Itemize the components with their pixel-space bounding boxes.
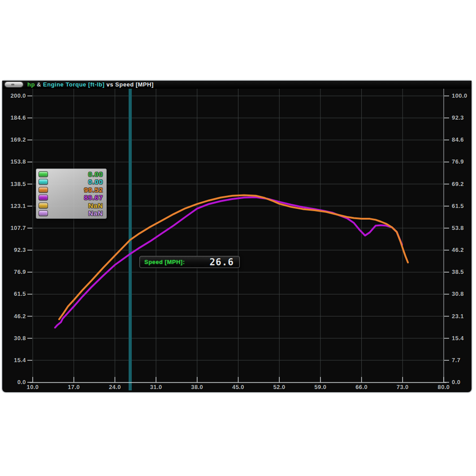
chart-title-segment: vs Speed [MPH] bbox=[104, 81, 153, 88]
y-left-tick-label: 61.5 bbox=[0, 290, 26, 297]
x-tick-label: 24.0 bbox=[103, 384, 127, 390]
legend-value-cyan: 0.00 bbox=[48, 178, 105, 186]
legend-value-purple: 89.67 bbox=[48, 194, 105, 201]
legend: 0.000.0099.5289.67NaNNaN bbox=[36, 169, 107, 219]
legend-row-cyan[interactable]: 0.00 bbox=[38, 178, 105, 186]
legend-row-green[interactable]: 0.00 bbox=[38, 170, 105, 178]
legend-swatch-cyan-icon bbox=[39, 179, 48, 185]
legend-value-gold: NaN bbox=[48, 202, 105, 209]
chart-title-bar: hp & Engine Torque [ft-lb] vs Speed [MPH… bbox=[2, 81, 472, 89]
y-right-tick-label: 100.0 bbox=[452, 92, 475, 99]
y-left-tick-label: 15.4 bbox=[0, 357, 26, 363]
legend-value-green: 0.00 bbox=[48, 170, 105, 178]
legend-swatch-violet-icon bbox=[39, 210, 48, 216]
x-tick-label: 38.0 bbox=[185, 384, 209, 390]
legend-row-violet[interactable]: NaN bbox=[38, 209, 105, 217]
y-right-tick-label: 30.8 bbox=[452, 290, 475, 297]
x-tick-label: 59.0 bbox=[308, 384, 333, 390]
x-tick-label: 73.0 bbox=[390, 384, 415, 390]
x-tick-label: 45.0 bbox=[226, 384, 251, 390]
y-right-tick-label: 23.1 bbox=[452, 313, 475, 320]
y-left-tick-label: 76.9 bbox=[0, 268, 26, 275]
chart-title-segment: & bbox=[35, 81, 43, 88]
y-left-tick-label: 107.7 bbox=[0, 225, 26, 231]
legend-swatch-gold-icon bbox=[39, 203, 48, 208]
y-left-tick-label: 46.2 bbox=[0, 313, 26, 320]
y-left-tick-label: 30.8 bbox=[0, 335, 26, 342]
drag-handle-knob-icon bbox=[11, 84, 14, 86]
y-right-tick-label: 53.8 bbox=[452, 225, 475, 231]
y-right-tick-label: 38.5 bbox=[452, 268, 475, 275]
x-tick-label: 31.0 bbox=[144, 384, 168, 390]
y-right-tick-label: 76.9 bbox=[452, 158, 475, 165]
y-right-tick-label: 15.4 bbox=[452, 335, 475, 342]
y-left-tick-label: 123.1 bbox=[0, 203, 26, 209]
chart-title-segment: Engine Torque [ft-lb] bbox=[43, 81, 104, 88]
legend-row-purple[interactable]: 89.67 bbox=[38, 194, 105, 201]
y-right-tick-label: 7.7 bbox=[452, 357, 475, 363]
x-tick-label: 17.0 bbox=[62, 384, 86, 390]
y-left-tick-label: 138.5 bbox=[0, 181, 26, 187]
legend-row-gold[interactable]: NaN bbox=[38, 202, 105, 209]
cursor-readout-value: 26.6 bbox=[209, 257, 239, 268]
cursor-readout: Speed [MPH]: 26.6 bbox=[139, 256, 240, 268]
y-right-tick-label: 69.2 bbox=[452, 181, 475, 187]
legend-value-orange: 99.52 bbox=[48, 186, 105, 194]
legend-value-violet: NaN bbox=[48, 209, 105, 217]
y-left-tick-label: 184.6 bbox=[0, 114, 26, 121]
legend-row-orange[interactable]: 99.52 bbox=[38, 186, 105, 194]
drag-handle-button[interactable] bbox=[4, 82, 23, 87]
legend-swatch-orange-icon bbox=[39, 187, 48, 193]
x-tick-label: 66.0 bbox=[350, 384, 374, 390]
cursor-readout-label: Speed [MPH]: bbox=[140, 259, 185, 265]
y-left-tick-label: 153.8 bbox=[0, 158, 26, 165]
y-right-tick-label: 92.3 bbox=[452, 114, 475, 121]
gridlines bbox=[33, 88, 444, 382]
chart-title: hp & Engine Torque [ft-lb] vs Speed [MPH… bbox=[27, 81, 154, 88]
y-right-tick-label: 46.2 bbox=[452, 247, 475, 253]
y-left-tick-label: 92.3 bbox=[0, 247, 26, 253]
chart-title-segment: hp bbox=[27, 81, 35, 88]
y-right-tick-label: 84.6 bbox=[452, 136, 475, 143]
y-left-tick-label: 200.0 bbox=[0, 92, 26, 99]
y-left-tick-label: 169.2 bbox=[0, 136, 26, 143]
legend-swatch-green-icon bbox=[39, 171, 48, 177]
y-right-tick-label: 61.5 bbox=[452, 203, 475, 209]
legend-swatch-purple-icon bbox=[39, 195, 48, 200]
x-tick-label: 52.0 bbox=[267, 384, 291, 390]
x-tick-label: 80.0 bbox=[432, 384, 456, 390]
page: hp & Engine Torque [ft-lb] vs Speed [MPH… bbox=[0, 0, 476, 476]
x-tick-label: 10.0 bbox=[21, 384, 45, 390]
